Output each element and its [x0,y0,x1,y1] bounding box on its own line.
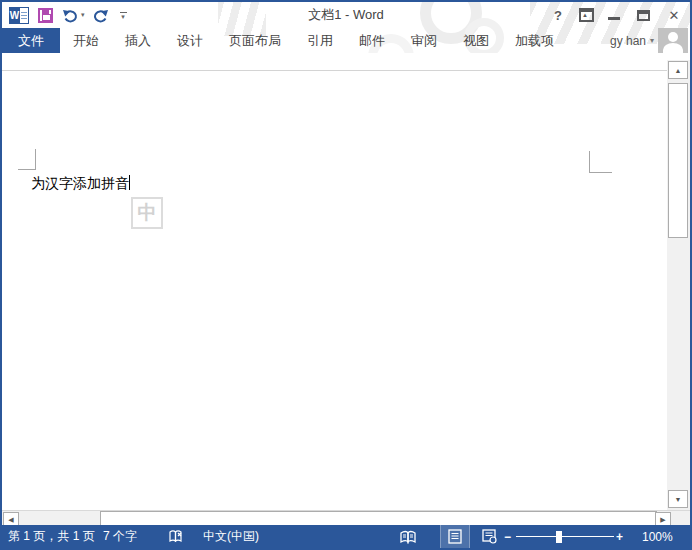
tab-references[interactable]: 引用 [294,28,346,53]
tab-design[interactable]: 设计 [164,28,216,53]
margin-crop-mark-left [35,149,36,170]
collapsed-ribbon-strip [2,53,690,71]
scroll-up-button[interactable]: ▲ [668,61,688,79]
zoom-slider-track[interactable] [516,536,614,537]
account-name: gy han [610,34,646,48]
zoom-out-button[interactable]: − [504,525,511,548]
zoom-in-button[interactable]: + [616,525,623,548]
chevron-down-icon: ▾ [650,36,654,45]
ime-mode-indicator[interactable]: 中 [131,197,163,229]
margin-crop-mark-left [18,169,36,170]
tab-mailings[interactable]: 邮件 [346,28,398,53]
tab-insert[interactable]: 插入 [112,28,164,53]
read-mode-icon [399,530,417,544]
tab-view[interactable]: 视图 [450,28,502,53]
scroll-left-button[interactable]: ◀ [3,512,19,526]
tab-addins[interactable]: 加载项 [502,28,567,53]
close-icon[interactable]: ✕ [666,8,682,23]
tab-file[interactable]: 文件 [2,28,60,53]
print-layout-button[interactable] [440,525,470,548]
window-controls: ? ✕ [550,2,682,28]
word-count[interactable]: 7 个字 [103,525,137,548]
print-layout-icon [448,529,462,544]
save-button[interactable] [38,8,53,23]
margin-crop-mark-right [589,151,590,173]
tab-review[interactable]: 审阅 [398,28,450,53]
margin-crop-mark-right [589,172,612,173]
undo-dropdown-caret[interactable]: ▾ [81,11,85,19]
zoom-slider-handle[interactable] [556,531,562,543]
scroll-right-button[interactable]: ▶ [655,512,671,526]
tab-page-layout[interactable]: 页面布局 [216,28,294,53]
customize-qat-button[interactable]: ▾ [120,12,127,19]
read-mode-button[interactable] [396,525,420,548]
account-menu[interactable]: gy han ▾ [610,28,690,53]
undo-button[interactable]: ▾ [62,8,85,23]
help-icon[interactable]: ? [550,8,566,23]
scroll-down-button[interactable]: ▼ [668,490,688,508]
redo-icon [94,8,109,23]
undo-icon [62,8,79,23]
maximize-icon[interactable] [637,10,653,21]
proofing-icon[interactable] [168,525,184,548]
titlebar: W ▾ [2,2,690,28]
web-layout-button[interactable] [476,525,502,548]
document-canvas[interactable]: 为汉字添加拼音 中 [2,71,690,510]
word-window: W ▾ [0,0,692,550]
tab-home[interactable]: 开始 [60,28,112,53]
save-icon [38,8,53,23]
ribbon-display-options-icon[interactable] [579,8,595,22]
web-layout-icon [482,529,497,544]
vertical-scroll-thumb[interactable] [668,83,688,238]
word-app-icon[interactable]: W [9,7,29,24]
zoom-level[interactable]: 100% [642,525,673,548]
minimize-icon[interactable] [608,11,624,20]
avatar[interactable] [658,28,688,53]
language-indicator[interactable]: 中文(中国) [203,525,259,548]
text-cursor [129,175,130,190]
redo-button[interactable] [94,8,109,23]
ribbon-tab-row: 文件 开始 插入 设计 页面布局 引用 邮件 审阅 视图 加载项 gy han … [2,28,690,53]
horizontal-scroll-thumb[interactable] [100,511,657,526]
document-text[interactable]: 为汉字添加拼音 [31,175,130,193]
quick-access-toolbar: W ▾ [2,7,127,24]
page-indicator[interactable]: 第 1 页，共 1 页 [8,525,95,548]
status-bar: 第 1 页，共 1 页 7 个字 中文(中国) [2,525,690,548]
vertical-scrollbar[interactable]: ▲ ▼ [667,60,690,510]
